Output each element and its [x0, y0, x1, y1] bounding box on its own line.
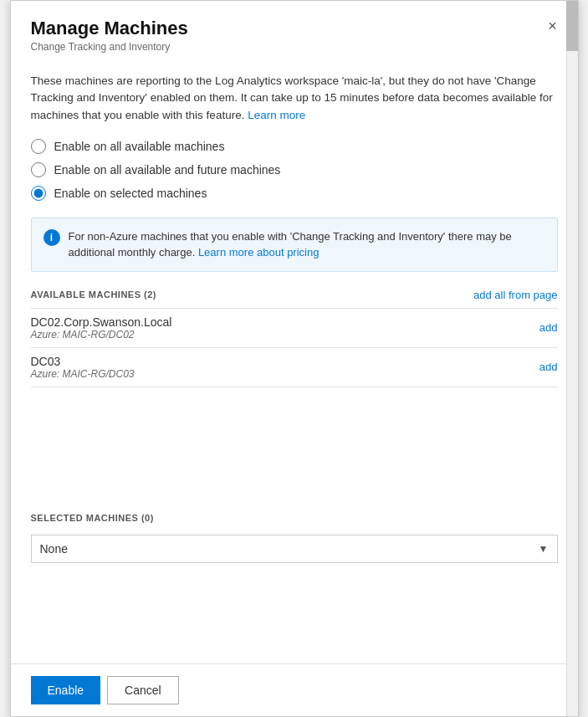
- learn-more-link[interactable]: Learn more: [248, 109, 305, 121]
- radio-option-all-future[interactable]: Enable on all available and future machi…: [31, 162, 558, 177]
- machine-name-dc03: DC03: [31, 355, 135, 368]
- info-box: i For non-Azure machines that you enable…: [31, 218, 558, 272]
- selected-machines-section: SELECTED MACHINES (0) None ▼: [31, 513, 558, 563]
- radio-all-future[interactable]: [31, 162, 46, 177]
- add-all-from-page-link[interactable]: add all from page: [473, 289, 557, 301]
- selected-machines-title: SELECTED MACHINES (0): [31, 513, 154, 523]
- radio-all-future-label: Enable on all available and future machi…: [54, 163, 281, 177]
- dropdown-arrow-icon: ▼: [539, 543, 549, 555]
- selected-machines-header: SELECTED MACHINES (0): [31, 513, 558, 528]
- cancel-button[interactable]: Cancel: [107, 676, 179, 704]
- info-box-text: For non-Azure machines that you enable w…: [69, 228, 545, 261]
- machines-list: DC02.Corp.Swanson.Local Azure: MAIC-RG/D…: [31, 308, 558, 387]
- machine-name-dc02: DC02.Corp.Swanson.Local: [31, 315, 172, 329]
- learn-more-pricing-link[interactable]: Learn more about pricing: [198, 246, 320, 259]
- dialog-title: Manage Machines: [31, 18, 558, 39]
- add-machine-dc03-link[interactable]: add: [539, 361, 558, 373]
- machine-item-dc03: DC03 Azure: MAIC-RG/DC03 add: [31, 348, 558, 387]
- manage-machines-dialog: Manage Machines Change Tracking and Inve…: [10, 0, 579, 717]
- machine-info-dc02: DC02.Corp.Swanson.Local Azure: MAIC-RG/D…: [31, 315, 172, 341]
- radio-selected-label: Enable on selected machines: [54, 187, 207, 200]
- radio-selected[interactable]: [31, 186, 46, 201]
- info-icon: i: [43, 229, 60, 246]
- dialog-body: These machines are reporting to the Log …: [11, 59, 578, 663]
- machine-azure-dc02: Azure: MAIC-RG/DC02: [31, 329, 172, 341]
- radio-group: Enable on all available machines Enable …: [31, 139, 558, 201]
- radio-all-available-label: Enable on all available machines: [54, 140, 225, 153]
- scrollbar[interactable]: [566, 1, 578, 716]
- spacer: [31, 412, 558, 513]
- dialog-subtitle: Change Tracking and Inventory: [31, 41, 558, 53]
- scrollbar-thumb[interactable]: [566, 1, 578, 51]
- selected-machines-value: None: [40, 542, 68, 556]
- machine-item-dc02: DC02.Corp.Swanson.Local Azure: MAIC-RG/D…: [31, 309, 558, 348]
- available-machines-title: AVAILABLE MACHINES (2): [31, 289, 157, 300]
- radio-option-all-available[interactable]: Enable on all available machines: [31, 139, 558, 154]
- available-machines-header: AVAILABLE MACHINES (2) add all from page: [31, 289, 558, 301]
- close-button[interactable]: ×: [541, 14, 565, 38]
- enable-button[interactable]: Enable: [31, 676, 101, 704]
- machine-azure-dc03: Azure: MAIC-RG/DC03: [31, 368, 135, 380]
- machine-info-dc03: DC03 Azure: MAIC-RG/DC03: [31, 355, 135, 380]
- radio-all-available[interactable]: [31, 139, 46, 154]
- radio-option-selected[interactable]: Enable on selected machines: [31, 186, 558, 201]
- dialog-footer: Enable Cancel: [11, 663, 578, 716]
- description-text: These machines are reporting to the Log …: [31, 73, 558, 124]
- selected-machines-dropdown[interactable]: None ▼: [31, 535, 558, 563]
- dialog-header: Manage Machines Change Tracking and Inve…: [11, 1, 578, 59]
- add-machine-dc02-link[interactable]: add: [539, 321, 558, 334]
